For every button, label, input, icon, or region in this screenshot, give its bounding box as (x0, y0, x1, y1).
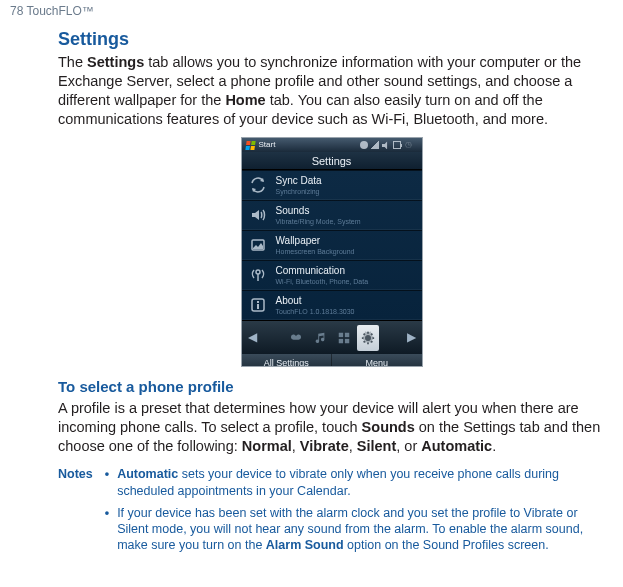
tab-apps (333, 325, 355, 351)
list-item-label: About (276, 296, 355, 306)
volume-icon (382, 141, 390, 149)
list-item-sub: Wi-Fi, Bluetooth, Phone, Data (276, 278, 369, 285)
phone-status-bar: Start ◷ (242, 138, 422, 152)
list-item-label: Wallpaper (276, 236, 355, 246)
note-term-automatic: Automatic (117, 467, 178, 481)
bullet-icon: • (105, 505, 109, 554)
note-text: Automatic sets your device to vibrate on… (117, 466, 605, 499)
note-body: option on the Sound Profiles screen. (344, 538, 549, 552)
note-text: If your device has been set with the ala… (117, 505, 605, 554)
profile-end: . (492, 438, 496, 454)
profile-term-automatic: Automatic (421, 438, 492, 454)
notes-items: • Automatic sets your device to vibrate … (105, 466, 605, 559)
tab-weather (285, 325, 307, 351)
list-item-sync: Sync Data Synchronizing (242, 170, 422, 200)
tab-settings (357, 325, 379, 351)
status-icon (360, 141, 368, 149)
list-item-about: About TouchFLO 1.0.1818.3030 (242, 290, 422, 320)
page-header: 78 TouchFLO™ (0, 0, 623, 24)
list-item-label: Sounds (276, 206, 361, 216)
list-item-sub: TouchFLO 1.0.1818.3030 (276, 308, 355, 315)
profile-sep: , (349, 438, 357, 454)
profile-sep: , (292, 438, 300, 454)
svg-rect-6 (344, 339, 348, 343)
profile-subheading: To select a phone profile (58, 377, 605, 397)
status-icons (360, 141, 401, 149)
list-item-communication: Communication Wi-Fi, Bluetooth, Phone, D… (242, 260, 422, 290)
speaker-icon (248, 205, 268, 225)
svg-rect-4 (344, 333, 348, 337)
bullet-icon: • (105, 466, 109, 499)
phone-figure: Start ◷ Settings Syn (58, 137, 605, 367)
profile-term-normal: Normal (242, 438, 292, 454)
battery-icon (393, 141, 401, 149)
tab-music (309, 325, 331, 351)
note-item: • Automatic sets your device to vibrate … (105, 466, 605, 499)
antenna-icon (248, 265, 268, 285)
start-label: Start (259, 140, 276, 150)
signal-icon (371, 141, 379, 149)
windows-flag-icon (245, 141, 255, 150)
profile-term-silent: Silent (357, 438, 396, 454)
clock-icon: ◷ (405, 140, 412, 150)
softkey-right: Menu (332, 354, 422, 367)
list-item-label: Communication (276, 266, 369, 276)
list-item-sub: Synchronizing (276, 188, 322, 195)
softkey-bar: All Settings Menu (242, 354, 422, 367)
chevron-right-icon: ▶ (405, 330, 418, 346)
intro-term-home: Home (225, 92, 265, 108)
profile-term-vibrate: Vibrate (300, 438, 349, 454)
svg-point-1 (256, 270, 260, 274)
note-term-alarm-sound: Alarm Sound (266, 538, 344, 552)
settings-intro: The Settings tab allows you to synchroni… (58, 53, 605, 130)
note-item: • If your device has been set with the a… (105, 505, 605, 554)
note-body: sets your device to vibrate only when yo… (117, 467, 559, 497)
settings-heading: Settings (58, 28, 605, 51)
profile-paragraph: A profile is a preset that determines ho… (58, 399, 605, 456)
info-icon (248, 295, 268, 315)
settings-list: Sync Data Synchronizing Sounds Vibrate/R… (242, 170, 422, 320)
svg-rect-5 (338, 339, 342, 343)
list-item-label: Sync Data (276, 176, 322, 186)
chevron-left-icon: ◀ (246, 330, 259, 346)
sync-icon (248, 175, 268, 195)
softkey-left: All Settings (242, 354, 333, 367)
page-content: Settings The Settings tab allows you to … (0, 28, 623, 560)
notes-block: Notes • Automatic sets your device to vi… (58, 466, 605, 559)
list-item-sub: Vibrate/Ring Mode, System (276, 218, 361, 225)
tab-strip: ◀ ▶ (242, 320, 422, 354)
list-item-sounds: Sounds Vibrate/Ring Mode, System (242, 200, 422, 230)
list-item-sub: Homescreen Background (276, 248, 355, 255)
notes-label: Notes (58, 466, 93, 559)
wallpaper-icon (248, 235, 268, 255)
intro-text: The (58, 54, 87, 70)
profile-term-sounds: Sounds (362, 419, 415, 435)
profile-sep: , or (396, 438, 421, 454)
intro-term-settings: Settings (87, 54, 144, 70)
svg-rect-3 (338, 333, 342, 337)
screen-title: Settings (242, 152, 422, 170)
list-item-wallpaper: Wallpaper Homescreen Background (242, 230, 422, 260)
phone-screenshot: Start ◷ Settings Syn (241, 137, 423, 367)
